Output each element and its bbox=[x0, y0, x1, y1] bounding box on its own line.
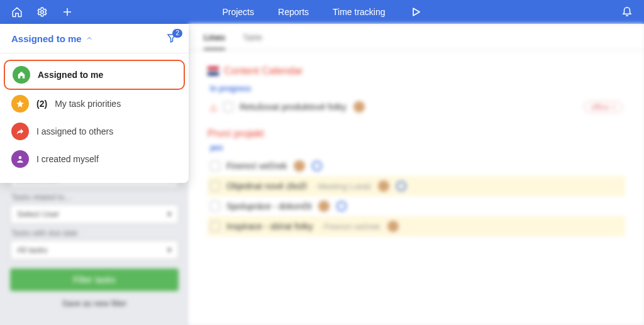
task-checkbox[interactable] bbox=[210, 201, 220, 211]
task-checkbox[interactable] bbox=[210, 181, 220, 191]
tab-lines[interactable]: Lines bbox=[204, 33, 225, 50]
avatar bbox=[353, 101, 365, 113]
filter-tasks-button[interactable]: Filter tasks bbox=[10, 268, 179, 291]
avatar bbox=[387, 220, 399, 233]
top-nav: Projects Reports Time tracking bbox=[222, 6, 421, 18]
menu-item-count: (2) bbox=[36, 99, 47, 109]
project-title-2[interactable]: První projekt bbox=[208, 128, 625, 140]
save-filter-button[interactable]: Save as new filter bbox=[0, 295, 189, 312]
chevron-up-icon bbox=[86, 35, 93, 42]
home-icon[interactable] bbox=[11, 6, 23, 18]
menu-item-label: I assigned to others bbox=[36, 126, 113, 136]
avatar bbox=[318, 200, 330, 212]
progress-ring-icon bbox=[312, 161, 322, 171]
top-bar: Projects Reports Time tracking bbox=[0, 0, 644, 24]
task-row[interactable]: Objednat nové zboží · Meeting Lukáš bbox=[208, 176, 625, 196]
plus-icon[interactable] bbox=[62, 6, 73, 18]
svg-point-0 bbox=[41, 11, 44, 14]
task-row[interactable]: Spolupráce - dokončit bbox=[208, 196, 625, 216]
task-checkbox[interactable] bbox=[223, 102, 233, 112]
task-title: Inspirace - sbírat fotky bbox=[226, 221, 313, 231]
section-in-progress: In progress bbox=[210, 84, 623, 93]
filter-icon[interactable]: 2 bbox=[166, 33, 177, 44]
filter-badge: 2 bbox=[172, 29, 182, 38]
svg-point-1 bbox=[19, 156, 22, 159]
label-tasks-related: Tasks related to… bbox=[11, 193, 177, 202]
avatar bbox=[293, 160, 306, 172]
progress-ring-icon bbox=[336, 201, 347, 211]
select-all-tasks[interactable]: All tasks▾ bbox=[10, 240, 179, 260]
user-icon bbox=[11, 150, 29, 168]
section-pes: pes bbox=[210, 143, 623, 152]
flag-icon bbox=[208, 67, 219, 75]
bell-icon[interactable] bbox=[621, 5, 633, 16]
tab-table[interactable]: Table bbox=[243, 33, 262, 50]
task-checkbox[interactable] bbox=[210, 161, 220, 171]
assigned-dropdown: Assigned to me 2 Assigned to me(2) My ta… bbox=[0, 24, 189, 183]
nav-reports[interactable]: Reports bbox=[278, 7, 309, 17]
task-row[interactable]: △ Retušovat produktové fotky offline× bbox=[208, 97, 625, 117]
star-icon bbox=[11, 95, 29, 113]
task-subtitle: · Meeting Lukáš bbox=[313, 182, 371, 191]
project-title-1[interactable]: Content Calendar bbox=[208, 65, 625, 77]
select-user-2[interactable]: Select User▾ bbox=[10, 204, 179, 224]
nav-time-tracking[interactable]: Time tracking bbox=[333, 7, 386, 17]
avatar bbox=[377, 180, 390, 192]
sidebar: Select User▾ Tasks related to… Select Us… bbox=[0, 24, 189, 325]
gear-icon[interactable] bbox=[36, 6, 48, 18]
nav-projects[interactable]: Projects bbox=[222, 7, 254, 17]
menu-item-home[interactable]: Assigned to me bbox=[4, 60, 185, 90]
share-icon bbox=[11, 123, 29, 140]
menu-item-label: I created myself bbox=[36, 154, 99, 164]
task-subtitle: · Firemní večírek bbox=[319, 222, 380, 231]
play-icon[interactable] bbox=[409, 6, 422, 18]
task-row[interactable]: Firemní večírek bbox=[208, 156, 625, 176]
menu-item-user[interactable]: I created myself bbox=[4, 145, 185, 173]
warning-icon: △ bbox=[210, 102, 217, 112]
dropdown-trigger-label: Assigned to me bbox=[11, 33, 82, 44]
menu-item-label: My task priorities bbox=[55, 99, 121, 109]
label-due-date: Tasks with due date bbox=[11, 229, 177, 238]
task-checkbox[interactable] bbox=[210, 221, 220, 231]
menu-item-share[interactable]: I assigned to others bbox=[4, 118, 185, 145]
menu-item-label: Assigned to me bbox=[38, 70, 103, 80]
task-title: Objednat nové zboží bbox=[226, 181, 307, 191]
home-icon bbox=[13, 66, 30, 84]
task-row[interactable]: Inspirace - sbírat fotky · Firemní večír… bbox=[208, 216, 625, 236]
task-title: Retušovat produktové fotky bbox=[240, 102, 347, 112]
task-title: Spolupráce - dokončit bbox=[226, 201, 311, 211]
progress-ring-icon bbox=[396, 181, 406, 191]
status-offline: offline× bbox=[584, 101, 623, 113]
dropdown-trigger[interactable]: Assigned to me bbox=[11, 33, 93, 44]
main-content: Lines Table Content Calendar In progress… bbox=[189, 24, 644, 325]
menu-item-star[interactable]: (2) My task priorities bbox=[4, 90, 185, 118]
task-title: Firemní večírek bbox=[226, 161, 287, 171]
